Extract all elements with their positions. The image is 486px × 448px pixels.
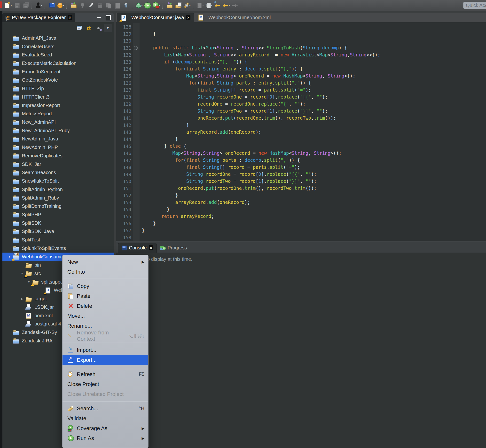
menu-item-coverage-as[interactable]: Coverage As▶ bbox=[63, 423, 148, 433]
show-whitespace-button[interactable] bbox=[122, 1, 130, 10]
tree-item-splunktosplitevents[interactable]: SplunkToSplitEvents bbox=[2, 244, 114, 253]
tree-item-splitdemotraining[interactable]: SplitDemoTraining bbox=[2, 202, 114, 210]
open-resource-button[interactable] bbox=[165, 1, 174, 10]
menu-item-search[interactable]: Search...^H bbox=[63, 403, 148, 413]
menu-item-paste[interactable]: Paste bbox=[63, 291, 148, 301]
tree-item-sdk-jar[interactable]: SDK_Jar bbox=[2, 160, 114, 168]
tree-item-evaluateseed[interactable]: EvaluateSeed bbox=[2, 51, 114, 59]
user-profile-button[interactable]: ▾ bbox=[34, 1, 43, 10]
minimize-button[interactable] bbox=[96, 15, 102, 20]
project-icon bbox=[13, 186, 20, 193]
tree-item-new-adminapi[interactable]: New_AdminAPI bbox=[2, 118, 114, 126]
left-edge-strip bbox=[0, 11, 2, 448]
menu-item-new[interactable]: New▶ bbox=[63, 257, 148, 267]
menu-item-move[interactable]: Move... bbox=[63, 311, 148, 321]
menu-shortcut: ⌥⇧⌘↓ bbox=[127, 333, 144, 339]
tree-item-exporttosegment[interactable]: ExportToSegment bbox=[2, 68, 114, 76]
tree-item-splittest[interactable]: SplitTest bbox=[2, 236, 114, 244]
tree-item-splitsdk-java[interactable]: SplitSDK_Java bbox=[2, 227, 114, 236]
tree-item-splitadmin-ruby[interactable]: SplitAdmin_Ruby bbox=[2, 194, 114, 202]
tree-item-adminapi-java[interactable]: AdminAPI_Java bbox=[2, 34, 114, 42]
code-text: } bbox=[139, 206, 170, 213]
tree-item-label: Zendesk-GIT-Sy bbox=[22, 330, 57, 335]
focus-task-button[interactable] bbox=[94, 24, 103, 32]
open-task-button[interactable] bbox=[174, 1, 183, 10]
tab-webhookconsumer-java[interactable]: WebhookConsumer.java × bbox=[117, 13, 194, 22]
tab-console[interactable]: Console × bbox=[118, 243, 157, 253]
maximize-button[interactable] bbox=[105, 15, 112, 20]
tree-item-executemetriccalculation[interactable]: ExecuteMetricCalculation bbox=[2, 59, 114, 68]
tab-progress[interactable]: Progress bbox=[157, 243, 190, 253]
folder-icon bbox=[32, 279, 39, 285]
link-with-editor-button[interactable] bbox=[84, 24, 93, 32]
menu-item-import[interactable]: Import... bbox=[63, 345, 148, 355]
code-text: } bbox=[139, 136, 178, 143]
menu-item-refresh[interactable]: RefreshF5 bbox=[63, 369, 148, 379]
new-button[interactable]: ▾ bbox=[4, 1, 13, 10]
tree-item-newadmin-php[interactable]: NewAdmin_PHP bbox=[2, 143, 114, 152]
user-avatar-icon bbox=[35, 2, 41, 9]
tree-item-impressionreport[interactable]: ImpressionReport bbox=[2, 101, 114, 110]
close-icon[interactable]: × bbox=[68, 15, 72, 20]
close-icon[interactable]: × bbox=[186, 15, 190, 20]
tree-item-snowflaketosplit[interactable]: SnowflakeToSplit bbox=[2, 177, 114, 185]
code-token: , bbox=[200, 150, 203, 156]
code-editor[interactable]: 128129}130131−public static List<Map<Str… bbox=[116, 22, 486, 241]
fold-margin bbox=[133, 143, 139, 150]
back-button[interactable]: ▾ bbox=[222, 1, 231, 10]
tree-item-splitphp[interactable]: SplitPHP bbox=[2, 210, 114, 219]
remote-console-button[interactable] bbox=[48, 1, 56, 10]
debug-button[interactable]: ▾ bbox=[135, 1, 143, 10]
tree-item-removeduplicates[interactable]: RemoveDuplicates bbox=[2, 152, 114, 160]
tree-item-getzendeskvote[interactable]: GetZendeskVote bbox=[2, 76, 114, 85]
code-token bbox=[219, 157, 222, 163]
pydev-explorer-icon bbox=[5, 15, 10, 20]
mark-occurrences-button[interactable] bbox=[87, 1, 96, 10]
run-icon bbox=[67, 435, 74, 441]
view-menu-button[interactable] bbox=[104, 24, 112, 32]
code-text: for(final String parts : decomp.split(",… bbox=[139, 157, 300, 164]
tree-item-correlateusers[interactable]: CorrelateUsers bbox=[2, 42, 114, 51]
menu-item-export[interactable]: Export... bbox=[63, 355, 148, 365]
external-tools-button[interactable]: ▾ bbox=[152, 1, 161, 10]
tree-item-metricsreport[interactable]: MetricsReport bbox=[2, 110, 114, 118]
line-number: 149 bbox=[116, 172, 133, 177]
line-number: 135 bbox=[116, 73, 133, 79]
project-icon bbox=[13, 329, 20, 336]
menu-item-delete[interactable]: Delete bbox=[63, 301, 148, 311]
code-token: ( bbox=[214, 185, 217, 191]
run-button[interactable]: ▾ bbox=[143, 1, 152, 10]
tree-item-http-zip[interactable]: HTTP_Zip bbox=[2, 84, 114, 93]
tab-webhookconsumer-pom-xml[interactable]: WebhookConsumer/pom.xml bbox=[194, 13, 274, 22]
fold-margin bbox=[133, 227, 139, 234]
code-token: } bbox=[167, 207, 170, 212]
tree-item-new-adminapi-ruby[interactable]: New_AdminAPI_Ruby bbox=[2, 126, 114, 135]
fold-margin bbox=[133, 206, 139, 213]
annotate-button[interactable]: ▾ bbox=[183, 1, 191, 10]
menu-item-close-project[interactable]: Close Project bbox=[63, 379, 148, 389]
fold-collapse-icon[interactable]: − bbox=[134, 46, 138, 50]
tree-item-searchbeacons[interactable]: SearchBeacons bbox=[2, 168, 114, 177]
quick-access-box[interactable]: Quick Access bbox=[463, 2, 486, 9]
previous-annotation-button[interactable]: ▾ bbox=[204, 1, 213, 10]
bug-report-button[interactable]: ▾ bbox=[56, 1, 65, 10]
menu-item-go-into[interactable]: Go Into bbox=[63, 267, 148, 277]
code-token: replace bbox=[267, 178, 286, 184]
tree-item-splitsdk[interactable]: SplitSDK bbox=[2, 219, 114, 227]
open-type-button[interactable] bbox=[69, 1, 78, 10]
tree-item-httpclient3[interactable]: HTTPClient3 bbox=[2, 93, 114, 101]
warning-overlay-icon bbox=[24, 275, 27, 277]
code-token bbox=[203, 171, 206, 177]
code-token: } bbox=[186, 122, 189, 128]
menu-item-copy[interactable]: Copy bbox=[63, 281, 148, 291]
java-file-icon bbox=[45, 287, 52, 294]
tree-item-newadmin-java[interactable]: NewAdmin_Java bbox=[2, 135, 114, 143]
menu-item-validate[interactable]: Validate bbox=[63, 413, 148, 423]
tree-item-splitadmin-python[interactable]: SplitAdmin_Python bbox=[2, 185, 114, 194]
tab-pydev-package-explorer[interactable]: PyDev Package Explorer × bbox=[2, 13, 75, 22]
code-token: for bbox=[175, 157, 183, 163]
collapse-all-button[interactable] bbox=[75, 24, 83, 32]
menu-item-run-as[interactable]: Run As▶ bbox=[63, 433, 148, 443]
last-edit-location-button[interactable] bbox=[213, 1, 222, 10]
close-icon[interactable]: × bbox=[149, 245, 153, 250]
